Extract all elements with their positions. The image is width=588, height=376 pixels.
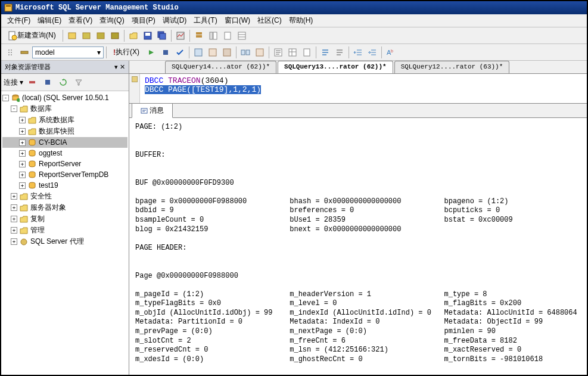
estimated-plan-button[interactable]: [192, 46, 205, 59]
refresh-button[interactable]: [57, 76, 70, 89]
tree-server-objects[interactable]: +服务器对象: [2, 202, 127, 213]
menu-help[interactable]: 帮助(H): [285, 14, 317, 27]
database-selector[interactable]: model ▾: [32, 46, 104, 58]
tree-db-reportserver[interactable]: +ReportServer: [2, 159, 127, 169]
svg-rect-6: [97, 33, 104, 39]
menu-community[interactable]: 社区(C): [254, 14, 285, 27]
tab-sqlquery12[interactable]: SQLQuery12....rator (63))*: [394, 61, 510, 73]
tree-db-test19[interactable]: +test19: [2, 180, 127, 191]
grip-icon: [4, 46, 17, 59]
save-all-button[interactable]: [155, 29, 169, 42]
db-engine-query-button[interactable]: [66, 29, 79, 42]
activity-monitor-button[interactable]: [174, 29, 187, 42]
svg-rect-5: [83, 33, 90, 39]
toolbar-separator: [189, 46, 189, 58]
object-explorer-button[interactable]: [207, 29, 220, 42]
save-button[interactable]: [141, 29, 154, 42]
code-area[interactable]: DBCC TRACEON(3604) DBCC PAGE([TEST19],1,…: [140, 74, 587, 103]
filter-button[interactable]: [72, 76, 85, 89]
specify-values-button[interactable]: Ab: [384, 46, 397, 59]
query-options-button[interactable]: [206, 46, 219, 59]
mdx-query-button[interactable]: [80, 29, 93, 42]
tree-snapshots[interactable]: +数据库快照: [2, 126, 127, 137]
svg-rect-26: [163, 50, 168, 55]
menu-file[interactable]: 文件(F): [4, 14, 34, 27]
registered-servers-button[interactable]: [192, 29, 206, 42]
tree-db-cybcia[interactable]: +CY-BCIA: [2, 137, 127, 148]
execute-button[interactable]: ! 执行(X): [109, 45, 144, 59]
new-query-icon: [8, 31, 17, 41]
toolbar-separator: [316, 46, 316, 58]
decrease-indent-button[interactable]: [351, 46, 365, 59]
toolbar-main: 新建查询(N): [1, 27, 587, 44]
new-query-button[interactable]: 新建查询(N): [4, 29, 60, 42]
messages-tab[interactable]: 消息: [132, 103, 173, 118]
object-explorer-toolbar: 连接 ▾: [1, 74, 129, 91]
window-titlebar: Microsoft SQL Server Management Studio: [1, 1, 587, 14]
svg-rect-9: [145, 33, 150, 36]
include-stats-button[interactable]: [253, 46, 266, 59]
comment-button[interactable]: [319, 46, 332, 59]
change-connection-button[interactable]: [18, 46, 31, 59]
object-tree[interactable]: -(local) (SQL Server 10.50.1 -数据库 +系统数据库…: [1, 91, 129, 375]
sql-editor[interactable]: DBCC TRACEON(3604) DBCC PAGE([TEST19],1,…: [129, 74, 587, 104]
results-tabbar: 消息: [129, 104, 587, 118]
toolbar-separator: [189, 30, 190, 42]
menu-window[interactable]: 窗口(W): [221, 14, 254, 27]
debug-button[interactable]: [145, 46, 158, 59]
svg-rect-25: [21, 51, 28, 54]
svg-rect-15: [210, 32, 213, 39]
toolbar-separator: [381, 46, 382, 58]
include-plan-button[interactable]: [239, 46, 252, 59]
menu-debug[interactable]: 调试(D): [159, 14, 191, 27]
tree-server-node[interactable]: -(local) (SQL Server 10.50.1: [2, 92, 127, 103]
xmla-query-button[interactable]: [108, 29, 122, 42]
dmx-query-button[interactable]: [94, 29, 107, 42]
tab-sqlquery13[interactable]: SQLQuery13....rator (62))*: [278, 61, 393, 73]
menu-view[interactable]: 查看(V): [65, 14, 96, 27]
tree-databases-node[interactable]: -数据库: [2, 103, 127, 114]
parse-button[interactable]: [173, 46, 186, 59]
tree-security[interactable]: +安全性: [2, 191, 127, 202]
menu-project[interactable]: 项目(P): [128, 14, 159, 27]
messages-icon: [141, 107, 148, 114]
tree-db-reportservertempdb[interactable]: +ReportServerTempDB: [2, 169, 127, 180]
tree-system-databases[interactable]: +系统数据库: [2, 114, 127, 126]
panel-menu-icon[interactable]: ▾ ✕: [114, 63, 125, 71]
increase-indent-button[interactable]: [366, 46, 379, 59]
tree-db-oggtest[interactable]: +oggtest: [2, 148, 127, 159]
svg-text:b: b: [391, 49, 393, 53]
open-button[interactable]: [127, 29, 140, 42]
stop-button[interactable]: [41, 76, 54, 89]
svg-rect-32: [256, 49, 263, 56]
svg-point-23: [8, 54, 10, 55]
results-file-button[interactable]: [300, 46, 313, 59]
connect-button[interactable]: 连接 ▾: [4, 77, 23, 88]
toolbar-separator: [63, 30, 63, 42]
svg-point-3: [12, 35, 17, 40]
messages-output[interactable]: PAGE: (1:2) BUFFER: BUF @0x00000000F0FD9…: [129, 118, 587, 375]
svg-rect-17: [225, 32, 231, 39]
tree-sql-agent[interactable]: +SQL Server 代理: [2, 236, 127, 247]
svg-point-24: [11, 54, 12, 55]
toolbar-separator: [106, 46, 107, 58]
results-grid-button[interactable]: [286, 46, 299, 59]
menu-edit[interactable]: 编辑(E): [34, 14, 65, 27]
disconnect-button[interactable]: [26, 76, 39, 89]
stop-button[interactable]: [159, 46, 172, 59]
tree-replication[interactable]: +复制: [2, 213, 127, 225]
menu-tools[interactable]: 工具(T): [190, 14, 220, 27]
menu-query[interactable]: 查询(Q): [96, 14, 127, 27]
editor-gutter: [129, 74, 140, 103]
selected-code: DBCC PAGE([TEST19],1,2,1): [145, 85, 261, 94]
uncomment-button[interactable]: [333, 46, 346, 59]
template-explorer-button[interactable]: [221, 29, 234, 42]
results-text-button[interactable]: [272, 46, 285, 59]
svg-rect-34: [289, 49, 296, 56]
properties-button[interactable]: [235, 29, 248, 42]
tab-sqlquery14[interactable]: SQLQuery14....ator (62))*: [165, 61, 276, 73]
svg-rect-18: [238, 32, 245, 39]
tree-management[interactable]: +管理: [2, 225, 127, 236]
svg-rect-0: [5, 4, 12, 11]
intellisense-button[interactable]: [220, 46, 234, 59]
